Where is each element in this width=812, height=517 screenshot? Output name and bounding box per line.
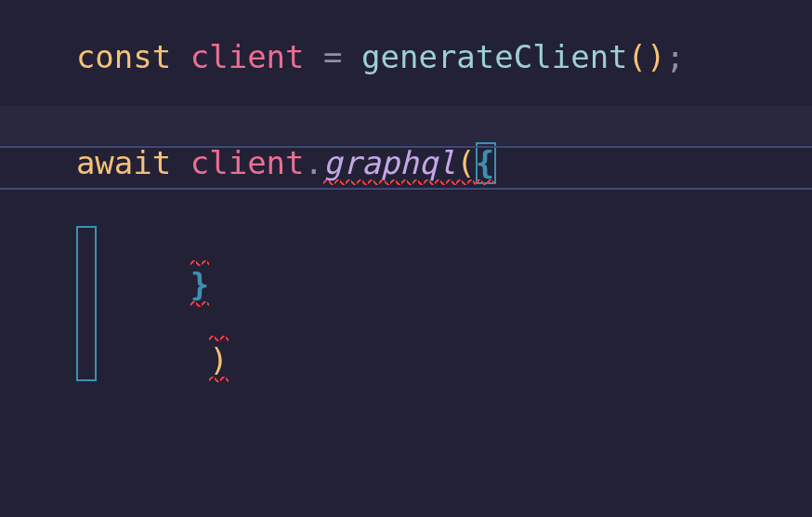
identifier-client: client bbox=[190, 144, 305, 181]
code-line-blank[interactable] bbox=[0, 78, 812, 106]
space bbox=[171, 144, 190, 181]
method-graphql: graphql bbox=[323, 144, 456, 181]
brace-open: { bbox=[476, 144, 494, 181]
paren-close: ) bbox=[209, 341, 228, 378]
code-line[interactable]: } ) bbox=[0, 190, 812, 229]
matching-brace: } bbox=[76, 228, 209, 379]
cursor: { bbox=[476, 144, 494, 182]
operator-dot: . bbox=[305, 144, 323, 181]
paren-open: ( bbox=[456, 144, 475, 181]
code-line-blank[interactable] bbox=[0, 39, 812, 78]
code-line[interactable]: const client = generateClient(); bbox=[0, 0, 812, 39]
brace-close: } bbox=[190, 266, 209, 303]
code-line-current[interactable]: await client.graphql({ bbox=[0, 106, 812, 145]
code-editor[interactable]: const client = generateClient(); await c… bbox=[0, 0, 812, 517]
keyword-await: await bbox=[76, 144, 171, 181]
